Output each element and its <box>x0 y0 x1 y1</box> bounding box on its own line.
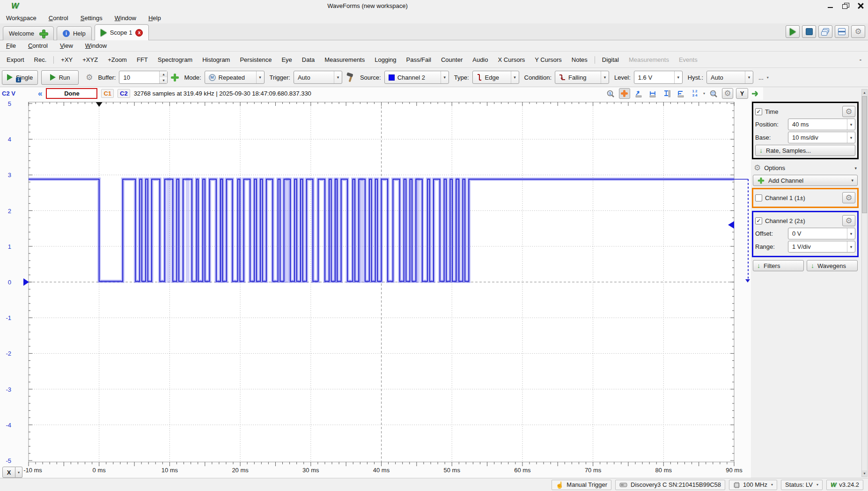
device-selector[interactable]: Discovery3 C SN:210415B99C58 <box>615 480 725 490</box>
channel2-badge[interactable]: C2 <box>118 89 130 98</box>
level-input[interactable]: 1.6 V ▾ <box>634 71 683 84</box>
toolbar-item-digital[interactable]: Digital <box>602 56 619 63</box>
toolbar-item-data[interactable]: Data <box>302 56 315 63</box>
toolbar-item--zoom[interactable]: +Zoom <box>108 56 127 63</box>
run-button[interactable]: Run <box>41 70 79 85</box>
track-tool-button[interactable] <box>619 88 630 99</box>
toolbar-item--xyz[interactable]: +XYZ <box>82 56 98 63</box>
measure-more-caret-icon[interactable]: ▾ <box>703 91 705 96</box>
menu-settings[interactable]: Settings <box>81 15 103 22</box>
zoom-fit-button[interactable] <box>708 88 719 99</box>
filters-button[interactable]: ↓ Filters <box>753 260 804 271</box>
type-select[interactable]: Edge ▾ <box>472 71 519 84</box>
collapse-chevron-icon[interactable]: « <box>38 89 42 98</box>
scope-plot[interactable]: 543210-1-2-3-4-5-10 ms0 ms10 ms20 ms30 m… <box>0 100 763 478</box>
edge-measure-button[interactable] <box>675 88 686 99</box>
y-axis-button[interactable]: Y <box>736 88 748 99</box>
zoom-one-button[interactable]: 1 <box>605 88 616 99</box>
time-checkbox[interactable]: ✓ <box>755 108 762 115</box>
scrollbar-thumb[interactable] <box>862 96 867 213</box>
axis-channel-label[interactable]: C2 V <box>2 90 15 97</box>
cascade-windows-button[interactable] <box>818 25 832 38</box>
frequency-selector[interactable]: 100 MHz ▾ <box>729 480 777 490</box>
toolbar-item-export[interactable]: Export <box>7 56 24 63</box>
scope-plot-area[interactable]: 543210-1-2-3-4-5-10 ms0 ms10 ms20 ms30 m… <box>0 100 763 478</box>
trigger-select[interactable]: Auto ▾ <box>294 71 342 84</box>
close-tab-icon[interactable]: x <box>135 29 143 37</box>
toolbar-overflow[interactable]: - <box>860 56 861 63</box>
title-bar[interactable]: W WaveForms (new workspace) <box>0 0 868 12</box>
channel1-checkbox[interactable] <box>755 194 762 201</box>
scope-menu-window[interactable]: Window <box>85 42 107 49</box>
toolbar-item-fft[interactable]: FFT <box>137 56 148 63</box>
quick-measure-button[interactable]: 1 23 4 <box>689 88 700 99</box>
time-settings-button[interactable]: ⚙ <box>842 106 855 117</box>
offset-input[interactable]: 0 V ▾ <box>788 228 855 239</box>
toolbar-item-eye[interactable]: Eye <box>281 56 292 63</box>
manual-trigger-hammer-icon[interactable] <box>346 72 355 82</box>
toolbar-item-rec-[interactable]: Rec. <box>34 56 47 63</box>
run-all-button[interactable] <box>786 25 800 38</box>
toolbar-item-audio[interactable]: Audio <box>472 56 488 63</box>
status-selector[interactable]: Status: LV ▾ <box>781 480 823 490</box>
toolbar-item-measurements[interactable]: Measurements <box>324 56 365 63</box>
channel2-settings-button[interactable]: ⚙ <box>842 215 855 226</box>
toolbar-item--xy[interactable]: +XY <box>61 56 73 63</box>
hysteresis-select[interactable]: Auto ▾ <box>706 71 753 84</box>
tab-help[interactable]: i Help <box>57 26 92 40</box>
range-input[interactable]: 1 V/div ▾ <box>788 241 855 253</box>
x-axis-button[interactable]: X <box>2 467 15 478</box>
toolbar-item-counter[interactable]: Counter <box>441 56 463 63</box>
options-row[interactable]: ⚙ Options ▾ <box>751 162 860 174</box>
toolbar-item-y-cursors[interactable]: Y Cursors <box>535 56 562 63</box>
trigger-more-caret-icon[interactable]: ▾ <box>767 75 769 80</box>
scope-menu-control[interactable]: Control <box>28 42 48 49</box>
pointer-measure-button[interactable] <box>633 88 644 99</box>
toolbar-item-histogram[interactable]: Histogram <box>202 56 230 63</box>
mode-select[interactable]: M Repeated ▾ <box>205 71 265 84</box>
add-instrument-icon[interactable] <box>39 30 48 38</box>
tab-scope1[interactable]: Scope 1 x <box>95 24 149 40</box>
tab-welcome[interactable]: Welcome <box>3 26 54 40</box>
close-button[interactable] <box>857 2 864 9</box>
manual-trigger-button[interactable]: ☝ Manual Trigger <box>552 480 611 490</box>
single-button[interactable]: 1 Single <box>2 70 38 85</box>
toolbar-item-notes[interactable]: Notes <box>572 56 588 63</box>
x-axis-caret-icon[interactable]: ▾ <box>15 467 22 478</box>
base-input[interactable]: 10 ms/div ▾ <box>788 132 855 143</box>
channel2-offset-marker[interactable] <box>23 278 29 286</box>
buffer-spinner[interactable]: 10 ▲▼ <box>119 71 168 84</box>
add-channel-button[interactable]: Add Channel ▾ <box>753 175 858 186</box>
menu-window[interactable]: Window <box>115 15 136 22</box>
maximize-button[interactable] <box>842 2 849 9</box>
rate-samples-button[interactable]: ↓ Rate, Samples... <box>755 145 855 156</box>
more-trigger-options[interactable]: ... <box>758 74 764 81</box>
minimize-button[interactable] <box>827 2 834 9</box>
plot-settings-button[interactable]: ⚙ <box>722 88 733 99</box>
toolbar-item-logging[interactable]: Logging <box>375 56 396 63</box>
scope-menu-file[interactable]: File <box>6 42 16 49</box>
vertical-measure-button[interactable] <box>661 88 672 99</box>
stop-all-button[interactable] <box>802 25 816 38</box>
channel1-badge[interactable]: C1 <box>101 89 114 98</box>
menu-help[interactable]: Help <box>148 15 161 22</box>
source-select[interactable]: Channel 2 ▾ <box>384 71 449 84</box>
position-input[interactable]: 40 ms ▾ <box>788 119 855 130</box>
channel1-settings-button[interactable]: ⚙ <box>842 192 855 203</box>
menu-control[interactable]: Control <box>49 15 68 22</box>
toolbar-item-spectrogram[interactable]: Spectrogram <box>158 56 192 63</box>
tile-windows-button[interactable] <box>835 25 849 38</box>
toolbar-item-x-cursors[interactable]: X Cursors <box>498 56 525 63</box>
expand-panel-arrow-icon[interactable] <box>751 90 761 97</box>
acquisition-settings-icon[interactable]: ⚙ <box>86 74 93 82</box>
channel2-checkbox[interactable]: ✓ <box>755 217 762 224</box>
panel-scrollbar[interactable]: ▲ ▼ <box>861 89 868 477</box>
scrollbar-up-icon[interactable]: ▲ <box>862 89 867 96</box>
horizontal-measure-button[interactable] <box>647 88 658 99</box>
scope-menu-view[interactable]: View <box>60 42 73 49</box>
wavegens-button[interactable]: ↓ Wavegens <box>807 260 858 271</box>
buffer-spin-arrows[interactable]: ▲▼ <box>159 71 167 83</box>
toolbar-item-pass-fail[interactable]: Pass/Fail <box>406 56 431 63</box>
menu-workspace[interactable]: Workspace <box>6 15 37 22</box>
workspace-settings-button[interactable]: ⚙ <box>851 25 865 38</box>
